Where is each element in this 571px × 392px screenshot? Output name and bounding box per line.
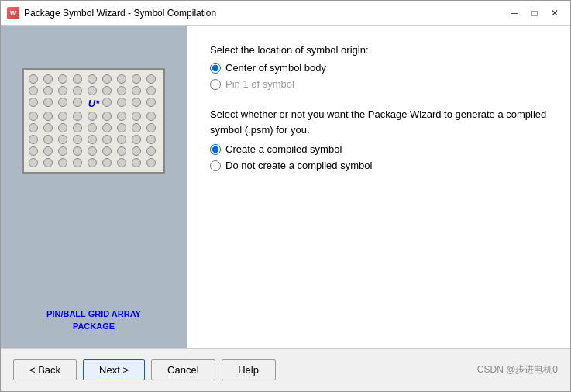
compile-create-option[interactable]: Create a compiled symbol [210,143,547,155]
pin [29,98,38,107]
pin [102,158,112,167]
pin [58,74,67,84]
pin [29,112,38,121]
pin [58,135,67,144]
content-area: U* [1,26,570,348]
pin [73,112,82,121]
pin [88,146,97,156]
pin [132,74,141,84]
pin [117,146,126,156]
pin [146,86,156,95]
minimize-button[interactable]: ─ [505,5,524,21]
pin [29,123,38,132]
pin [102,98,112,107]
pin [132,86,141,95]
main-window: W Package Symbol Wizard - Symbol Compila… [0,0,571,392]
pin [117,74,126,84]
pin [73,146,82,156]
pin [43,86,53,95]
compile-section-label: Select whether or not you want the Packa… [210,107,547,137]
pin [146,146,156,156]
app-icon: W [7,7,19,19]
origin-section-label: Select the location of symbol origin: [210,44,547,56]
pin [132,98,141,107]
pin [43,135,53,144]
pin [117,112,126,121]
maximize-button[interactable]: □ [525,5,544,21]
origin-pin1-radio[interactable] [210,79,221,90]
pin [132,123,141,132]
pin [102,112,112,121]
package-label: PIN/BALL GRID ARRAY PACKAGE [1,308,187,332]
pin [146,74,156,84]
pin [29,74,38,84]
pin [29,158,38,167]
window-title: Package Symbol Wizard - Symbol Compilati… [24,8,505,19]
pin [43,146,53,156]
pin [43,112,53,121]
compile-no-option[interactable]: Do not create a compiled symbol [210,160,547,171]
pin [29,86,38,95]
pin [102,86,112,95]
pin [102,146,112,156]
pin [73,74,82,84]
close-button[interactable]: ✕ [545,5,564,21]
pin [58,146,67,156]
compile-section: Select whether or not you want the Packa… [210,107,547,176]
help-button[interactable]: Help [222,359,276,380]
pin [58,98,67,107]
bottom-bar: < Back Next > Cancel Help CSDN @步进电机0 [1,348,570,391]
pin [73,123,82,132]
pin [43,158,53,167]
pin [132,146,141,156]
pin [146,158,156,167]
watermark: CSDN @步进电机0 [477,363,558,377]
pin [117,86,126,95]
window-controls: ─ □ ✕ [505,5,564,21]
pin [43,98,53,107]
pin [132,135,141,144]
pin [43,123,53,132]
pin [117,135,126,144]
pin [88,74,97,84]
pin [146,135,156,144]
pin [117,98,126,107]
origin-center-radio[interactable] [210,63,221,74]
pin [102,123,112,132]
pin [43,74,53,84]
pin [117,158,126,167]
pin [73,98,82,107]
origin-center-option[interactable]: Center of symbol body [210,62,547,74]
pin [146,98,156,107]
pin [88,112,97,121]
pin [102,74,112,84]
origin-pin1-option[interactable]: Pin 1 of symbol [210,78,547,90]
pin [88,135,97,144]
chip-grid: U* [22,68,165,174]
pin [73,135,82,144]
pin [58,123,67,132]
pin [73,158,82,167]
pin [58,112,67,121]
back-button[interactable]: < Back [13,359,77,380]
pin [73,86,82,95]
origin-center-label: Center of symbol body [225,62,326,74]
origin-pin1-label: Pin 1 of symbol [225,78,294,90]
pin [102,135,112,144]
right-panel: Select the location of symbol origin: Ce… [187,26,570,348]
compile-no-label: Do not create a compiled symbol [225,160,372,171]
pin [58,158,67,167]
compile-no-radio[interactable] [210,160,221,171]
pin [88,158,97,167]
pin [146,112,156,121]
pin [88,123,97,132]
origin-section: Select the location of symbol origin: Ce… [210,44,547,95]
pin [29,135,38,144]
left-panel: U* [1,26,187,348]
next-button[interactable]: Next > [83,359,145,380]
title-bar: W Package Symbol Wizard - Symbol Compila… [1,1,570,26]
compile-create-radio[interactable] [210,144,221,155]
cancel-button[interactable]: Cancel [151,359,215,380]
pin [117,123,126,132]
pin [132,158,141,167]
